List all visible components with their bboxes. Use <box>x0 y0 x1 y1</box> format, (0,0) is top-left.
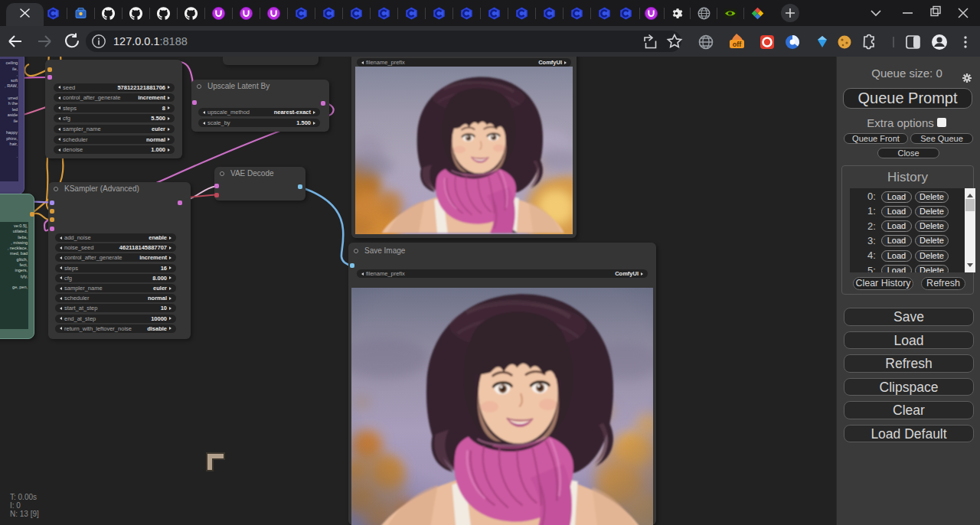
svg-text:off: off <box>733 41 742 48</box>
